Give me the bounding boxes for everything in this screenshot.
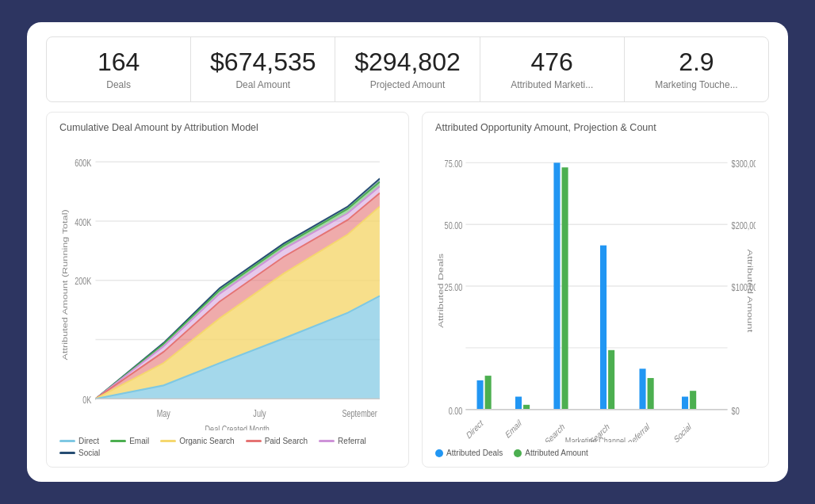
bar-referral-amount <box>648 378 654 410</box>
kpi-touches-label: Marketing Touche... <box>655 79 738 90</box>
kpi-attributed-marketing: 476 Attributed Marketi... <box>480 37 625 101</box>
dashboard: 164 Deals $674,535 Deal Amount $294,802 … <box>27 22 788 482</box>
svg-text:$100,000: $100,000 <box>732 281 756 292</box>
kpi-attributed-label: Attributed Marketi... <box>511 79 593 90</box>
legend-referral-label: Referral <box>338 437 366 445</box>
charts-row: Cumulative Deal Amount by Attribution Mo… <box>46 112 769 468</box>
left-chart-area: Attributed Amount (Running Total) 600K 4… <box>59 139 396 430</box>
legend-paid-color <box>246 440 262 442</box>
svg-text:400K: 400K <box>75 216 92 227</box>
svg-text:$0: $0 <box>732 405 740 416</box>
legend-attributed-deals-label: Attributed Deals <box>446 449 503 457</box>
bar-direct-deals <box>477 380 484 410</box>
kpi-deals: 164 Deals <box>47 37 191 101</box>
bar-organic-amount <box>562 167 568 409</box>
legend-attributed-deals-color <box>435 449 443 457</box>
left-chart-panel: Cumulative Deal Amount by Attribution Mo… <box>46 112 409 468</box>
bar-email-deals <box>515 397 522 410</box>
kpi-projected-label: Projected Amount <box>370 79 446 90</box>
legend-paid: Paid Search <box>246 437 308 445</box>
kpi-deal-amount-value: $674,535 <box>210 48 316 76</box>
svg-text:25.00: 25.00 <box>445 281 463 292</box>
legend-referral: Referral <box>319 437 366 445</box>
bar-paid-amount <box>608 350 614 410</box>
right-chart-svg: Attributed Deals Attributed Amount 75.00… <box>435 139 756 442</box>
kpi-marketing-touches: 2.9 Marketing Touche... <box>625 37 768 101</box>
left-chart-svg: Attributed Amount (Running Total) 600K 4… <box>59 139 396 430</box>
legend-social-label: Social <box>78 449 100 457</box>
kpi-row: 164 Deals $674,535 Deal Amount $294,802 … <box>46 36 769 102</box>
svg-text:600K: 600K <box>75 158 92 169</box>
legend-organic: Organic Search <box>160 437 234 445</box>
svg-text:0.00: 0.00 <box>449 405 463 416</box>
right-chart-area: Attributed Deals Attributed Amount 75.00… <box>435 139 756 442</box>
kpi-touches-value: 2.9 <box>679 48 714 76</box>
svg-text:200K: 200K <box>75 276 92 287</box>
svg-text:$300,000: $300,000 <box>732 158 756 170</box>
legend-paid-label: Paid Search <box>265 437 308 445</box>
svg-text:$200,000: $200,000 <box>732 220 756 231</box>
legend-organic-color <box>160 440 176 442</box>
legend-social: Social <box>59 449 100 457</box>
kpi-deal-amount: $674,535 Deal Amount <box>191 37 335 101</box>
bar-referral-deals <box>640 368 646 409</box>
svg-text:0K: 0K <box>82 395 92 406</box>
legend-attributed-amount-color <box>514 449 522 457</box>
svg-text:May: May <box>157 408 171 419</box>
legend-email-label: Email <box>129 437 149 445</box>
legend-referral-color <box>319 440 335 442</box>
kpi-projected: $294,802 Projected Amount <box>335 37 480 101</box>
legend-attributed-amount-label: Attributed Amount <box>525 449 588 457</box>
kpi-deals-value: 164 <box>98 48 140 76</box>
bar-direct-amount <box>485 376 492 410</box>
svg-text:Attributed Amount (Running Tot: Attributed Amount (Running Total) <box>61 210 69 361</box>
bar-email-amount <box>523 405 530 410</box>
svg-text:Direct: Direct <box>465 417 484 441</box>
svg-text:Organic Search: Organic Search <box>522 421 565 442</box>
svg-text:Email: Email <box>504 417 522 440</box>
legend-direct-label: Direct <box>78 437 99 445</box>
left-chart-title: Cumulative Deal Amount by Attribution Mo… <box>59 122 396 133</box>
legend-direct-color <box>59 440 75 442</box>
bar-social-amount <box>690 391 696 409</box>
kpi-deal-amount-label: Deal Amount <box>235 79 290 90</box>
svg-text:Deal Created Month: Deal Created Month <box>205 423 270 430</box>
right-chart-legend: Attributed Deals Attributed Amount <box>435 449 756 457</box>
left-chart-legend: Direct Email Organic Search Paid Search … <box>59 437 396 457</box>
legend-attributed-deals: Attributed Deals <box>435 449 503 457</box>
svg-text:75.00: 75.00 <box>445 158 463 170</box>
bar-organic-deals <box>554 163 561 410</box>
svg-text:September: September <box>342 408 377 419</box>
legend-email: Email <box>110 437 149 445</box>
svg-text:Referral: Referral <box>626 421 651 442</box>
svg-text:Marketing Channel: Marketing Channel <box>565 435 626 442</box>
svg-text:Attributed Deals: Attributed Deals <box>437 254 445 328</box>
bar-paid-deals <box>600 246 606 410</box>
bar-social-deals <box>682 397 688 410</box>
kpi-projected-value: $294,802 <box>354 48 460 76</box>
kpi-deals-label: Deals <box>106 79 131 90</box>
legend-email-color <box>110 440 126 442</box>
svg-text:July: July <box>253 408 266 419</box>
legend-organic-label: Organic Search <box>179 437 234 445</box>
svg-text:50.00: 50.00 <box>445 220 463 231</box>
legend-social-color <box>59 452 75 454</box>
kpi-attributed-value: 476 <box>531 48 573 76</box>
legend-direct: Direct <box>59 437 99 445</box>
svg-text:Social: Social <box>672 421 692 442</box>
right-chart-panel: Attributed Opportunity Amount, Projectio… <box>422 112 769 468</box>
legend-attributed-amount: Attributed Amount <box>514 449 588 457</box>
right-chart-title: Attributed Opportunity Amount, Projectio… <box>435 122 756 133</box>
